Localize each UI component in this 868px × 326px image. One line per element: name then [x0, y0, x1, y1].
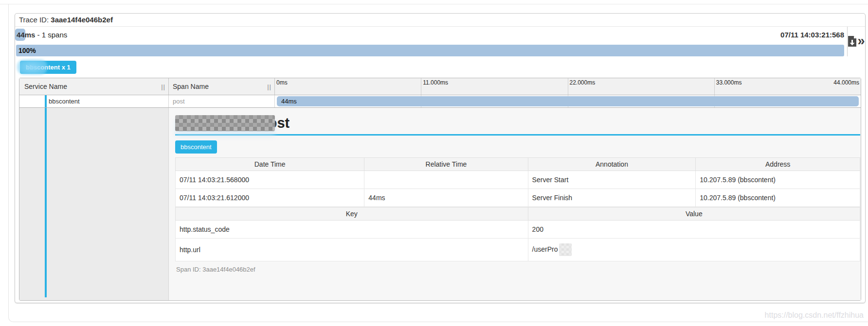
col-header-span-name[interactable]: Span Name || — [169, 78, 275, 95]
censor-blur — [17, 59, 47, 75]
span-duration-bar[interactable]: 44ms — [277, 96, 859, 106]
trace-id-label: Trace ID: — [19, 16, 51, 24]
cell-address: 10.207.5.89 (bbscontent) — [696, 171, 860, 189]
duration-row: 44ms - 1 spans 07/11 14:03:21:568 — [15, 27, 847, 44]
trace-table-header: Service Name || Span Name || 0ms 11.000m… — [19, 78, 861, 95]
span-id: Span ID: 3aae14f4e046b2ef — [175, 261, 860, 277]
tags-table: Key Value http.status_code 200 http.url … — [175, 207, 860, 261]
cell-date-time: 07/11 14:03:21.612000 — [176, 189, 364, 207]
col-address: Address — [696, 158, 860, 171]
depth-percent-label: 100% — [18, 47, 36, 54]
censor-mosaic — [559, 243, 572, 256]
col-value: Value — [528, 207, 860, 221]
download-json-icon[interactable] — [848, 36, 857, 47]
page: Trace ID: 3aae14f4e046b2ef 44ms - 1 span… — [0, 0, 868, 326]
col-key: Key — [176, 207, 528, 221]
top-divider — [0, 4, 8, 4]
span-detail-area: bbscontent: post bbscontent Date Time R — [169, 108, 861, 300]
cell-annotation: Server Start — [528, 171, 696, 189]
col-relative-time: Relative Time — [364, 158, 528, 171]
service-color-bar — [45, 108, 47, 297]
panel-actions: » — [847, 27, 865, 56]
timeline-axis: 0ms 11.000ms 22.000ms 33.000ms 44.000ms — [275, 78, 861, 95]
service-filter-row: bbscontent x 1 — [15, 56, 865, 76]
span-detail-row: bbscontent: post bbscontent Date Time R — [19, 107, 861, 300]
watermark: https://blog.csdn.net/ffzhihua — [765, 311, 864, 320]
trace-timestamp: 07/11 14:03:21:568 — [780, 31, 844, 39]
span-name: post — [173, 98, 185, 105]
expand-all-icon[interactable]: » — [857, 36, 865, 46]
trace-id-value: 3aae14f4e046b2ef — [51, 16, 113, 24]
service-filter-button[interactable]: bbscontent x 1 — [20, 61, 76, 74]
axis-tick: 22.000ms — [568, 78, 714, 95]
col-header-service-name[interactable]: Service Name || — [19, 78, 169, 95]
trace-id-row: Trace ID: 3aae14f4e046b2ef — [15, 14, 865, 27]
depth-percent-bar: 100% — [16, 45, 844, 56]
cell-key: http.url — [176, 239, 528, 261]
span-row-service-cell[interactable]: bbscontent — [19, 95, 169, 107]
cell-date-time: 07/11 14:03:21.568000 — [176, 171, 364, 189]
span-row-name-cell[interactable]: post — [169, 95, 275, 107]
span-row-timeline-cell: 44ms — [275, 95, 861, 107]
cell-annotation: Server Finish — [528, 189, 696, 207]
trace-panel: Trace ID: 3aae14f4e046b2ef 44ms - 1 span… — [15, 13, 866, 303]
cell-relative-time — [364, 171, 528, 189]
service-name-header-label: Service Name — [24, 83, 161, 90]
axis-tick-last: 44.000ms — [833, 79, 859, 86]
trace-duration: 44ms — [17, 31, 35, 39]
cell-address: 10.207.5.89 (bbscontent) — [696, 189, 860, 207]
span-detail: bbscontent: post bbscontent Date Time R — [175, 114, 860, 277]
axis-tick: 0ms — [275, 78, 421, 95]
cell-relative-time: 44ms — [364, 189, 528, 207]
span-name-header-label: Span Name — [173, 83, 267, 90]
tag-row: http.status_code 200 — [176, 221, 860, 239]
tags-header-row: Key Value — [176, 207, 860, 221]
trace-table: Service Name || Span Name || 0ms 11.000m… — [19, 78, 861, 301]
span-duration-label: 44ms — [281, 98, 297, 105]
axis-tick: 11.000ms — [421, 78, 567, 95]
annotation-row: 07/11 14:03:21.568000 Server Start 10.20… — [176, 171, 860, 189]
span-service-name: bbscontent — [49, 98, 80, 105]
trace-header-left: 44ms - 1 spans 07/11 14:03:21:568 100% — [15, 27, 847, 56]
span-detail-gutter — [19, 108, 169, 300]
annotation-row: 07/11 14:03:21.612000 44ms Server Finish… — [176, 189, 860, 207]
heading-rule — [175, 134, 860, 136]
col-annotation: Annotation — [528, 158, 696, 171]
cell-value: /userPro — [528, 239, 860, 261]
cell-key: http.status_code — [176, 221, 528, 239]
span-row[interactable]: bbscontent post 44ms — [19, 95, 861, 107]
span-count: - 1 spans — [35, 31, 67, 39]
http-url-value: /userPro — [532, 245, 558, 253]
span-detail-heading: bbscontent: post — [175, 114, 860, 133]
cell-value: 200 — [528, 221, 860, 239]
tag-row: http.url /userPro — [176, 239, 860, 261]
annotations-table: Date Time Relative Time Annotation Addre… — [175, 157, 860, 207]
service-color-bar — [45, 95, 47, 107]
service-badge: bbscontent — [175, 140, 217, 154]
annotations-header-row: Date Time Relative Time Annotation Addre… — [176, 158, 860, 171]
trace-header: 44ms - 1 spans 07/11 14:03:21:568 100% — [15, 27, 865, 56]
column-resize-handle[interactable]: || — [161, 83, 165, 90]
col-date-time: Date Time — [176, 158, 364, 171]
censor-mosaic — [175, 115, 275, 131]
column-resize-handle[interactable]: || — [267, 83, 271, 90]
